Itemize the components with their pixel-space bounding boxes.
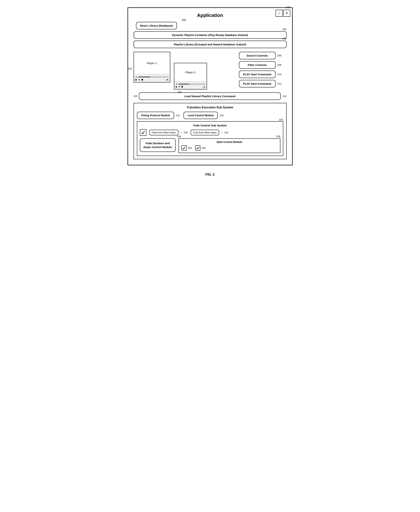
pause-icon[interactable]: ⏸	[138, 78, 140, 81]
cold-end-dash: —	[221, 131, 223, 134]
level-module-ref: 224	[220, 114, 224, 117]
playlist-library-ref: 204	[283, 37, 287, 40]
fade-subsystem: 226 Fade Control Sub System Fade End Off…	[137, 121, 283, 156]
player2-progress-bar	[178, 84, 205, 85]
fade-bottom-row: 234 Fade Duration andSlope Control Modul…	[140, 138, 280, 153]
fade-checkbox[interactable]	[140, 129, 146, 136]
player1-progress-fill	[138, 77, 150, 77]
load-playlist-ref: 214	[283, 95, 287, 98]
play-start-box[interactable]: PLAY Start Command	[239, 70, 276, 78]
fade-end-group: Fade End Offset Value — 230	[149, 130, 188, 135]
play-icon[interactable]: ▶	[135, 78, 137, 81]
player1-label: Player 1	[147, 62, 157, 65]
middle-section: 216 Player 1 ⊙ ▶	[134, 52, 287, 89]
window-ref: 118	[286, 6, 290, 9]
player1-progress-bar	[138, 77, 168, 78]
dynamic-playlist-row: 202 Dynamic Playlist Container (Play-Rea…	[134, 31, 287, 39]
style-checkbox2-row: 240	[195, 145, 205, 150]
stop-icon[interactable]: ⏹	[141, 78, 143, 81]
player1-controls-row1: ⊙	[135, 76, 168, 78]
fig-label: FIG. 2	[205, 173, 215, 177]
fade-row: Fade End Offset Value — 230 Cold End Off…	[140, 129, 280, 136]
style-checkbox2[interactable]	[195, 145, 200, 150]
style-control-box: Style Control Module 238	[179, 138, 280, 153]
transition-top-row: Timing Protocol Module 222 Level Control…	[137, 112, 283, 119]
player1-screen: Player 1	[134, 52, 170, 74]
eject-icon[interactable]: ⏏	[167, 78, 168, 81]
play-next-row: PLAY Next Command 212	[239, 80, 287, 87]
filter-controls-box[interactable]: Filter Controls	[239, 61, 276, 69]
application-frame: 118 □ ✕ Application 200 Music Library (D…	[128, 7, 293, 165]
timing-module-ref: 222	[176, 114, 180, 117]
play-start-ref: 210	[278, 73, 281, 76]
controls-col: Search Controls 206 Filter Controls 208 …	[239, 52, 287, 87]
style-control-title: Style Control Module	[181, 140, 278, 143]
minimize-button[interactable]: □	[276, 10, 283, 17]
play-next-box[interactable]: PLAY Next Command	[239, 80, 276, 87]
load-playlist-box[interactable]: Load Named Playlist Library Command	[139, 93, 281, 100]
music-library-box: Music Library (Database)	[136, 22, 177, 29]
level-module-row: Level Control Module 224	[183, 112, 224, 119]
players-area: 216 Player 1 ⊙ ▶	[134, 52, 235, 89]
style-checkbox1[interactable]	[181, 145, 187, 150]
player2-label: Player 2	[185, 71, 195, 74]
load-playlist-ref-left: 220	[134, 95, 138, 98]
cd-icon2: ⊙	[176, 83, 178, 85]
fade-end-ref: 230	[184, 131, 188, 134]
transition-title: Transition Execution Sub System	[137, 106, 283, 109]
dynamic-playlist-box: Dynamic Playlist Container (Play-Ready D…	[134, 31, 287, 39]
search-controls-ref: 206	[278, 54, 281, 57]
play-start-row: PLAY Start Command 210	[239, 70, 287, 78]
checkmark-icon2	[196, 146, 199, 149]
cold-end-ref: 232	[225, 131, 228, 134]
search-controls-box[interactable]: Search Controls	[239, 52, 276, 59]
player1-controls: ⊙ ▶ ⏸ ⏹ ○ ⏏	[134, 74, 170, 82]
player2-wrapper: 218 Player 2 ⊙ ▶ ⏸	[174, 63, 207, 89]
fade-subsystem-title: Fade Control Sub System	[140, 124, 280, 127]
player2-screen: Player 2	[174, 63, 207, 82]
play-next-ref: 212	[278, 82, 281, 85]
player2-box: Player 2 ⊙ ▶ ⏸ ⏹	[174, 63, 207, 89]
pause-icon2[interactable]: ⏸	[178, 85, 180, 88]
fade-subsystem-ref: 226	[279, 118, 283, 121]
filter-controls-ref: 208	[278, 63, 281, 66]
load-playlist-row: 220 Load Named Playlist Library Command …	[134, 93, 287, 100]
window-controls: 118 □ ✕	[276, 10, 290, 17]
play-icon2[interactable]: ▶	[176, 85, 177, 88]
eject-icon2[interactable]: ⏏	[203, 86, 205, 88]
style-checkboxes: 238 240	[181, 145, 278, 150]
transition-section: Transition Execution Sub System Timing P…	[134, 103, 287, 159]
fade-duration-wrapper: 234 Fade Duration andSlope Control Modul…	[140, 138, 176, 153]
timing-module-box: Timing Protocol Module	[137, 112, 174, 119]
style-checkbox1-ref: 238	[188, 147, 192, 149]
player1-controls-row2: ▶ ⏸ ⏹ ○ ⏏	[135, 78, 168, 81]
player1-box: Player 1 ⊙ ▶ ⏸ ⏹	[134, 52, 170, 83]
music-library-ref-above	[134, 24, 134, 27]
cold-end-group: Cold End Offset Value — 232	[191, 130, 228, 135]
checkmark-icon1	[182, 146, 186, 149]
player1-wrapper: 216 Player 1 ⊙ ▶	[134, 52, 170, 83]
stop-icon2[interactable]: ⏹	[181, 85, 183, 88]
style-checkbox2-ref: 240	[202, 147, 205, 149]
circle-icon2: ○	[202, 86, 202, 88]
player2-progress-fill	[179, 84, 189, 85]
level-module-box: Level Control Module	[183, 112, 218, 119]
player1-ref: 216	[128, 67, 132, 70]
fade-duration-box: Fade Duration andSlope Control Module	[140, 138, 176, 152]
player2-controls-row1: ⊙	[176, 83, 205, 85]
app-title: Application	[134, 13, 287, 18]
player2-controls: ⊙ ▶ ⏸ ⏹ ○ ⏏	[174, 82, 207, 89]
music-library-ref: 200	[182, 19, 186, 22]
player2-controls-row2: ▶ ⏸ ⏹ ○ ⏏	[176, 85, 205, 88]
fade-duration-label: Fade Duration andSlope Control Module	[143, 142, 172, 149]
close-button[interactable]: ✕	[283, 10, 290, 17]
playlist-library-row: 204 Playlist Library (Grouped and Named …	[134, 41, 287, 48]
style-module-ref: 236	[276, 135, 280, 138]
circle-icon: ○	[165, 79, 166, 81]
dynamic-playlist-ref: 202	[283, 28, 287, 31]
cold-end-box: Cold End Offset Value	[191, 130, 219, 135]
cd-icon: ⊙	[135, 76, 137, 78]
checkmark-icon	[141, 131, 145, 134]
music-library-row: 200 Music Library (Database)	[134, 22, 287, 29]
playlist-library-box: Playlist Library (Grouped and Named Data…	[134, 41, 287, 48]
